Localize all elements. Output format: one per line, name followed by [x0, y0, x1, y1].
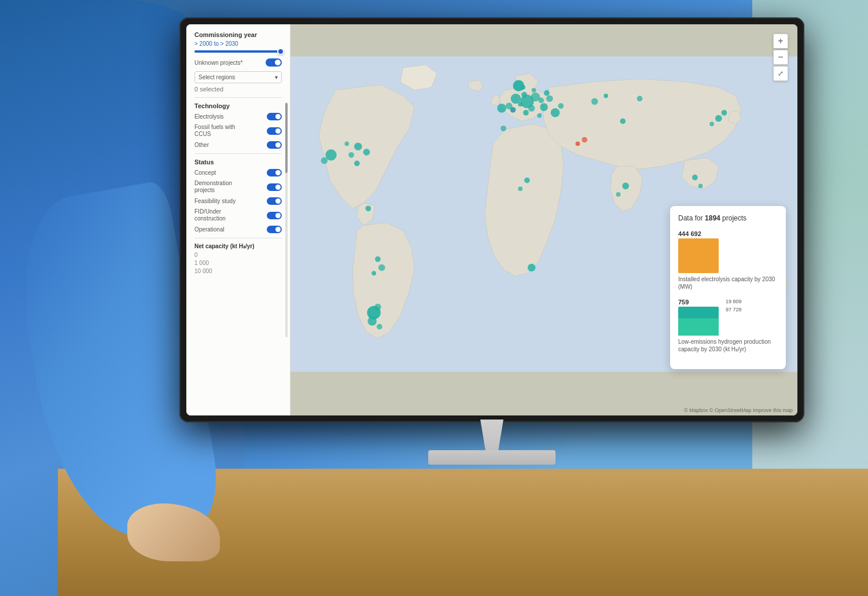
svg-point-54 [528, 264, 536, 272]
map-credits: © Mapbox © OpenStreetMap Improve this ma… [684, 407, 793, 413]
select-regions-dropdown[interactable]: Select regions ▾ [194, 71, 282, 83]
svg-point-16 [558, 103, 564, 109]
svg-point-37 [377, 324, 382, 330]
bar-values: 19 809 97 728 [726, 299, 742, 312]
zoom-in-button[interactable]: + [773, 34, 788, 49]
hydrogen-label: Low-emissions hydrogen production capaci… [678, 338, 778, 353]
unknown-projects-label: Unknown projects* [194, 60, 242, 66]
other-toggle[interactable] [267, 141, 282, 149]
year-range: > 2000 to > 2030 [194, 41, 282, 47]
electrolysis-bar [678, 238, 719, 273]
hydrogen-val1: 19 809 [726, 299, 742, 304]
other-label: Other [194, 142, 209, 148]
svg-point-13 [544, 90, 550, 96]
cap-max1: 1 000 [194, 260, 282, 266]
slider-fill [194, 50, 282, 53]
svg-point-55 [692, 175, 698, 181]
svg-point-43 [321, 157, 328, 164]
projects-word: projects [722, 214, 746, 222]
svg-point-34 [378, 264, 385, 271]
map-application: Commissioning year > 2000 to > 2030 Unkn… [186, 24, 797, 415]
svg-point-33 [375, 256, 381, 262]
svg-point-19 [576, 141, 580, 146]
divider-1 [194, 97, 282, 98]
svg-point-11 [523, 110, 529, 116]
sidebar-scrollbar[interactable] [285, 102, 288, 337]
zoom-out-button[interactable]: − [773, 50, 788, 65]
stats-title: Data for 1894 projects [678, 214, 778, 223]
svg-point-46 [374, 304, 381, 311]
feasibility-label: Feasibility study [194, 198, 236, 204]
svg-point-39 [518, 186, 523, 191]
toggle-thumb [275, 142, 281, 148]
unknown-projects-row: Unknown projects* [194, 58, 282, 67]
svg-point-10 [546, 95, 553, 102]
svg-point-23 [722, 110, 727, 116]
toggle-thumb [275, 227, 281, 232]
stacked-bar [678, 307, 719, 336]
unknown-projects-toggle[interactable] [266, 58, 282, 67]
concept-label: Concept [194, 170, 216, 176]
hydrogen-val2: 97 728 [726, 307, 742, 312]
capacity-section: 0 1 000 10 000 [194, 252, 282, 274]
svg-point-6 [538, 98, 544, 104]
slider-thumb[interactable] [277, 48, 284, 55]
toggle-thumb [275, 213, 281, 218]
svg-point-50 [620, 119, 626, 124]
electrolysis-label: Electrolysis [194, 113, 224, 120]
commissioning-section: Commissioning year > 2000 to > 2030 [194, 31, 282, 53]
selected-count: 0 selected [194, 86, 282, 93]
stats-panel: Data for 1894 projects 444 692 Installed… [670, 206, 786, 369]
toggle-fossil-fuels: Fossil fuels with CCUS [194, 124, 282, 138]
concept-toggle[interactable] [267, 169, 282, 176]
fullscreen-button[interactable]: ⤢ [773, 66, 788, 81]
toggle-fid: FID/Under construction [194, 208, 282, 222]
svg-point-22 [709, 122, 714, 126]
svg-point-41 [616, 192, 621, 197]
map-credits-text: © Mapbox © OpenStreetMap Improve this ma… [684, 407, 793, 413]
technology-section-title: Technology [194, 102, 282, 109]
imac-screen: Commissioning year > 2000 to > 2030 Unkn… [186, 24, 797, 415]
fossil-fuels-toggle[interactable] [267, 127, 282, 135]
svg-point-51 [591, 98, 598, 105]
divider-3 [194, 238, 282, 238]
svg-point-44 [365, 205, 371, 211]
svg-point-20 [582, 137, 587, 143]
svg-point-40 [622, 182, 629, 189]
svg-point-9 [511, 94, 521, 104]
bar-segment-2 [678, 318, 719, 336]
cap-min: 0 [194, 252, 282, 258]
feasibility-toggle[interactable] [267, 197, 282, 205]
filter-sidebar: Commissioning year > 2000 to > 2030 Unkn… [186, 24, 290, 415]
toggle-electrolysis: Electrolysis [194, 113, 282, 120]
svg-point-4 [528, 105, 535, 112]
svg-point-15 [551, 108, 560, 117]
svg-point-31 [344, 141, 349, 146]
svg-point-29 [348, 152, 354, 158]
operational-label: Operational [194, 226, 225, 233]
toggle-thumb [275, 198, 281, 204]
year-slider-container[interactable] [194, 50, 282, 53]
svg-point-7 [540, 103, 548, 111]
svg-point-8 [532, 88, 536, 93]
svg-point-3 [521, 92, 527, 98]
toggle-feasibility: Feasibility study [194, 197, 282, 205]
svg-point-28 [354, 142, 362, 150]
electrolysis-value: 444 692 [678, 230, 778, 237]
apple-logo [483, 429, 501, 450]
toggle-concept: Concept [194, 169, 282, 176]
toggle-thumb [275, 128, 281, 134]
svg-point-18 [510, 107, 516, 113]
operational-toggle[interactable] [267, 226, 282, 233]
year-slider-track[interactable] [194, 50, 282, 53]
svg-point-52 [604, 94, 608, 98]
scrollbar-thumb[interactable] [285, 103, 288, 174]
fid-toggle[interactable] [267, 212, 282, 219]
demonstration-toggle[interactable] [267, 183, 282, 191]
divider-2 [194, 153, 282, 154]
chevron-down-icon: ▾ [275, 74, 278, 80]
toggle-other: Other [194, 141, 282, 149]
electrolysis-toggle[interactable] [267, 113, 282, 120]
svg-point-21 [715, 115, 722, 122]
status-section-title: Status [194, 159, 282, 165]
